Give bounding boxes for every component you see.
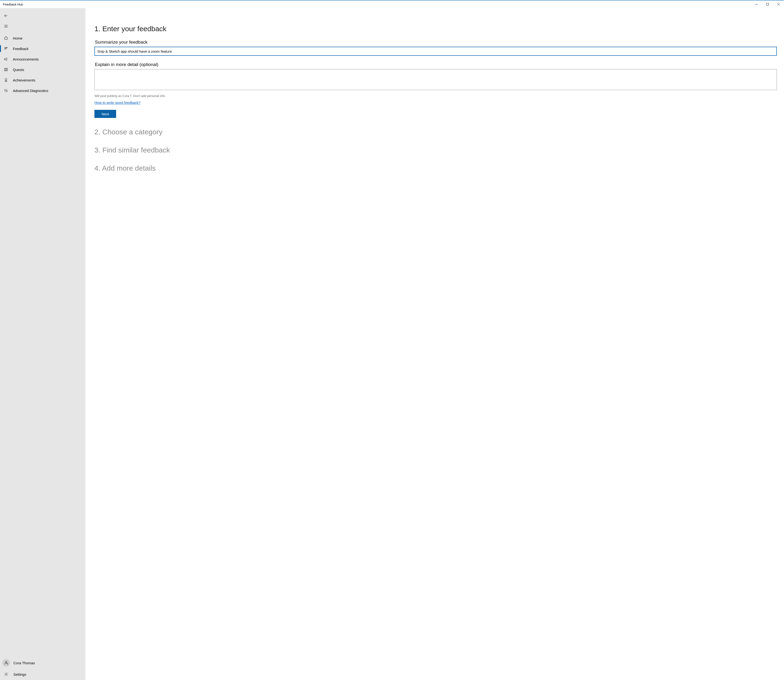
sidebar-item-settings[interactable]: Settings: [0, 669, 85, 680]
sidebar-item-label: Advanced Diagnostics: [13, 89, 48, 93]
detail-field-block: Explain in more detail (optional): [95, 62, 777, 91]
svg-point-8: [5, 47, 6, 49]
close-button[interactable]: [773, 0, 784, 8]
svg-point-13: [5, 90, 5, 90]
sidebar-item-achievements[interactable]: Achievements: [0, 75, 85, 85]
title-bar: Feedback Hub: [0, 0, 784, 8]
svg-point-11: [5, 79, 7, 80]
next-button[interactable]: Next: [95, 110, 116, 118]
back-arrow-icon: [3, 14, 9, 18]
svg-point-16: [5, 661, 7, 663]
minimize-button[interactable]: [751, 0, 762, 8]
summary-label: Summarize your feedback: [95, 39, 777, 45]
sidebar-item-home[interactable]: Home: [0, 33, 85, 43]
sidebar: Home Feedback Announcements Quests: [0, 8, 85, 680]
sidebar-item-label: Announcements: [13, 57, 39, 61]
back-button[interactable]: [0, 11, 85, 21]
hamburger-icon: [3, 24, 9, 28]
sidebar-item-label: Settings: [13, 672, 26, 677]
user-name: Cora Thomas: [13, 661, 35, 665]
maximize-button[interactable]: [762, 0, 773, 8]
map-icon: [3, 68, 9, 72]
summary-input[interactable]: [95, 47, 777, 56]
window-title: Feedback Hub: [3, 3, 23, 6]
publish-note: Will post publicly as Cora T. Don't add …: [95, 94, 777, 98]
megaphone-icon: [3, 57, 9, 61]
step-3-title: 3. Find similar feedback: [95, 146, 777, 154]
sidebar-item-label: Home: [13, 36, 22, 40]
sidebar-item-label: Achievements: [13, 78, 35, 82]
detail-label: Explain in more detail (optional): [95, 62, 777, 67]
step-4-title: 4. Add more details: [95, 164, 777, 172]
step-1-title: 1. Enter your feedback: [95, 25, 777, 33]
sidebar-item-feedback[interactable]: Feedback: [0, 43, 85, 54]
window-controls: [751, 0, 784, 8]
diagnostics-icon: [3, 88, 9, 93]
sidebar-item-quests[interactable]: Quests: [0, 65, 85, 75]
svg-point-19: [6, 674, 7, 675]
user-account-row[interactable]: Cora Thomas: [0, 657, 85, 669]
step-2-title: 2. Choose a category: [95, 128, 777, 136]
home-icon: [3, 36, 9, 40]
summary-field-block: Summarize your feedback: [95, 39, 777, 56]
write-good-feedback-link[interactable]: How to write good feedback?: [95, 101, 140, 105]
hamburger-button[interactable]: [0, 21, 85, 31]
sidebar-item-label: Feedback: [13, 47, 28, 51]
feedback-icon: [3, 46, 9, 51]
svg-rect-1: [767, 3, 769, 5]
sidebar-item-announcements[interactable]: Announcements: [0, 54, 85, 65]
sidebar-item-label: Quests: [13, 68, 24, 72]
gear-icon: [2, 672, 10, 677]
detail-textarea[interactable]: [95, 69, 777, 90]
avatar: [2, 659, 10, 667]
svg-point-15: [6, 91, 7, 91]
award-icon: [3, 78, 9, 82]
sidebar-item-advanced-diagnostics[interactable]: Advanced Diagnostics: [0, 85, 85, 96]
main-content: 1. Enter your feedback Summarize your fe…: [85, 8, 784, 680]
